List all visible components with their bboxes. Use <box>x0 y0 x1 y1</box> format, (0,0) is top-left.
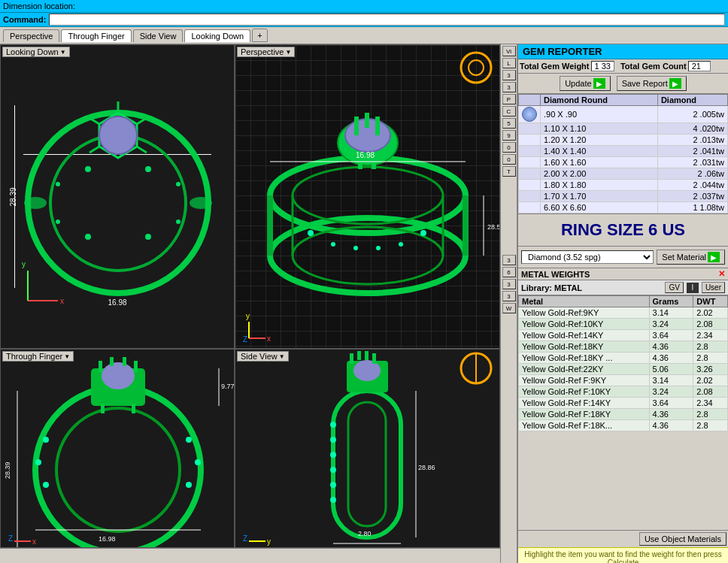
viewport-top-right[interactable]: Perspective <box>235 44 500 349</box>
viewport-bottom-right[interactable]: Side View <box>235 349 500 548</box>
svg-point-17 <box>85 234 91 240</box>
diamond-icon-cell <box>519 180 541 191</box>
diamond-weight: 2 .005tw <box>657 106 727 123</box>
svg-rect-62 <box>110 357 114 366</box>
set-material-button[interactable]: Set Material ▶ <box>657 250 725 265</box>
diamond-row[interactable]: 1.40 X 1.402 .041tw <box>519 146 728 157</box>
main-layout: Looking Down 21.67 28.39 <box>0 44 728 563</box>
tab-through-finger[interactable]: Through Finger <box>61 29 131 42</box>
strip-btn-3b[interactable]: 3 <box>502 82 516 92</box>
svg-text:x: x <box>267 334 271 343</box>
metal-grams: 4.36 <box>649 420 693 431</box>
metal-row[interactable]: Yellow Gold-Ref F:18K...4.362.8 <box>519 420 728 431</box>
viewport-top-left[interactable]: Looking Down 21.67 28.39 <box>0 44 235 349</box>
metal-dwt: 2.8 <box>693 409 728 420</box>
metal-row[interactable]: Yellow Gold-Ref:14KY3.642.34 <box>519 330 728 341</box>
viewport-area: Looking Down 21.67 28.39 <box>0 44 500 563</box>
metal-dwt: 2.8 <box>693 353 728 364</box>
metal-grams: 4.36 <box>649 341 693 353</box>
diamond-row[interactable]: 1.60 X 1.602 .031tw <box>519 157 728 168</box>
metal-row[interactable]: Yellow Gold-Ref F:10KY3.242.08 <box>519 386 728 398</box>
diamond-row[interactable]: .90 X .902 .005tw <box>519 106 728 123</box>
viewport-label-perspective[interactable]: Perspective <box>237 47 295 57</box>
metal-dwt: 2.02 <box>693 375 728 386</box>
tab-looking-down[interactable]: Looking Down <box>184 29 250 42</box>
diamond-icon-cell <box>519 168 541 180</box>
strip-btn-3a[interactable]: 3 <box>502 70 516 80</box>
user-button[interactable]: User <box>702 282 725 293</box>
svg-rect-90 <box>372 353 376 364</box>
diamond-weight: 2 .031tw <box>657 157 727 168</box>
library-label: Library: METAL <box>521 283 582 292</box>
diamond-section: Diamond Round Diamond .90 X .902 .005tw1… <box>518 94 728 214</box>
set-material-arrow-icon: ▶ <box>708 252 720 262</box>
metal-dwt: 2.02 <box>693 307 728 319</box>
diamond-size: 6.60 X 6.60 <box>541 202 658 213</box>
gv-button[interactable]: GV <box>665 282 683 293</box>
viewport-toolbar-strip: Vi L 3 3 P C 5 9 0 0 T 3 6 3 3 W <box>500 44 517 563</box>
update-button[interactable]: Update ▶ <box>560 76 610 91</box>
strip-btn-5[interactable]: 5 <box>502 118 516 129</box>
svg-rect-36 <box>375 117 380 135</box>
strip-btn-9[interactable]: 9 <box>502 130 516 141</box>
command-input[interactable] <box>49 14 725 26</box>
diamond-col-round: Diamond Round <box>541 95 658 106</box>
metal-row[interactable]: Yellow Gold-Ref:22KY5.063.26 <box>519 364 728 375</box>
svg-text:y: y <box>22 260 26 268</box>
strip-btn-c[interactable]: C <box>502 106 516 117</box>
metal-row[interactable]: Yellow Gold-Ref:9KY3.142.02 <box>519 307 728 319</box>
viewport-bottom-left[interactable]: Through Finger <box>0 349 235 548</box>
diamond-row[interactable]: 1.80 X 1.802 .044tw <box>519 180 728 191</box>
material-row: Diamond (3.52 spg) Set Material ▶ <box>518 247 728 268</box>
diamond-weight: 2 .044tw <box>657 180 727 191</box>
gv-toggle[interactable]: I <box>687 283 699 293</box>
strip-btn-3d[interactable]: 3 <box>502 279 516 289</box>
svg-rect-34 <box>354 117 359 135</box>
strip-btn-vi[interactable]: Vi <box>502 46 516 56</box>
diamond-col-diamond: Diamond <box>657 95 727 106</box>
svg-point-70 <box>186 437 192 443</box>
metal-row[interactable]: Yellow Gold-Ref:18KY4.362.8 <box>519 341 728 353</box>
svg-point-72 <box>186 482 192 488</box>
metal-row[interactable]: Yellow Gold-Ref F:14KY3.642.34 <box>519 398 728 409</box>
svg-rect-63 <box>123 357 126 366</box>
dim-center-bottom: 16.98 <box>108 298 126 307</box>
diamond-size: 1.40 X 1.40 <box>541 146 658 157</box>
save-report-button[interactable]: Save Report ▶ <box>617 76 687 91</box>
use-object-materials-button[interactable]: Use Object Materials <box>639 532 726 546</box>
bottom-bar: Highlight the item you want to find the … <box>518 547 728 563</box>
strip-btn-l[interactable]: L <box>502 58 516 68</box>
svg-point-9 <box>24 197 47 209</box>
strip-btn-p[interactable]: P <box>502 94 516 104</box>
tab-perspective[interactable]: Perspective <box>3 29 59 42</box>
diamond-row[interactable]: 1.20 X 1.202 .013tw <box>519 135 728 146</box>
metal-table-container[interactable]: Metal Grams DWT Yellow Gold-Ref:9KY3.142… <box>518 295 728 530</box>
metal-row[interactable]: Yellow Gold-Ref:18KY ...4.362.8 <box>519 353 728 364</box>
strip-btn-w[interactable]: W <box>502 303 516 313</box>
viewport-label-side-view[interactable]: Side View <box>237 351 289 362</box>
metal-library-row: Library: METAL GV I User <box>518 280 728 295</box>
strip-btn-0b[interactable]: 0 <box>502 154 516 165</box>
strip-btn-t[interactable]: T <box>502 166 516 177</box>
metal-table: Metal Grams DWT Yellow Gold-Ref:9KY3.142… <box>518 295 728 431</box>
diamond-row[interactable]: 1.10 X 1.104 .020tw <box>519 123 728 135</box>
material-select[interactable]: Diamond (3.52 spg) <box>521 250 654 264</box>
tab-add-button[interactable]: + <box>252 29 267 42</box>
tab-side-view[interactable]: Side View <box>133 29 184 42</box>
strip-btn-0a[interactable]: 0 <box>502 142 516 153</box>
metal-row[interactable]: Yellow Gold-Ref F:18KY4.362.8 <box>519 409 728 420</box>
diamond-row[interactable]: 1.70 X 1.702 .037tw <box>519 191 728 202</box>
svg-point-92 <box>330 437 336 443</box>
strip-btn-6[interactable]: 6 <box>502 267 516 277</box>
right-panel: GEM REPORTER Total Gem Weight 1 33 Total… <box>517 44 728 563</box>
strip-btn-3e[interactable]: 3 <box>502 291 516 301</box>
diamond-row[interactable]: 6.60 X 6.601 1.08tw <box>519 202 728 213</box>
strip-btn-3c[interactable]: 3 <box>502 255 516 265</box>
diamond-row[interactable]: 2.00 X 2.002 .06tw <box>519 168 728 180</box>
metal-row[interactable]: Yellow Gold-Ref F:9KY3.142.02 <box>519 375 728 386</box>
svg-point-69 <box>43 482 49 488</box>
viewport-label-through-finger[interactable]: Through Finger <box>2 351 74 362</box>
metal-weights-close-button[interactable]: ✕ <box>718 269 725 279</box>
metal-row[interactable]: Yellow Gold-Ref:10KY3.242.08 <box>519 319 728 330</box>
viewport-label-looking-down[interactable]: Looking Down <box>2 47 70 57</box>
